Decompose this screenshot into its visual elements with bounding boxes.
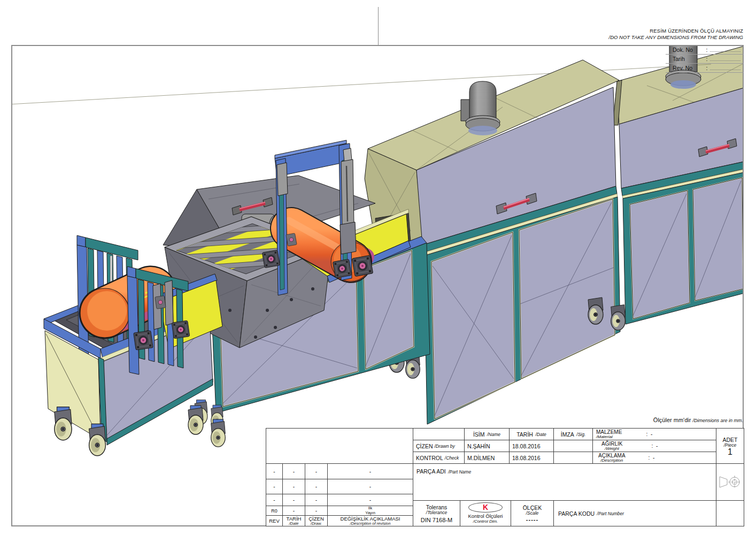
checked-by-name: M.DİLMEN	[464, 452, 510, 464]
title-block: - - - - - - - - - - - - R0 - - İlk Yayın…	[266, 428, 744, 526]
tolerance-cell: Tolerans /Tolerance DIN 7168-M	[413, 500, 460, 526]
quantity-cell: ADET /Piece 1	[716, 428, 744, 464]
date-header: TARİH /Date	[509, 428, 554, 440]
engineering-drawing-page: RESİM ÜZERİNDEN ÖLÇÜ ALMAYINIZ /DO NOT T…	[0, 0, 756, 535]
rev-desc-header: DEĞİŞİKLİK AÇIKLAMASI /Description of re…	[327, 515, 413, 526]
empty-cell	[266, 428, 413, 464]
first-angle-projection-icon	[719, 475, 742, 489]
part-number-cell: PARÇA KODU /Part Number	[553, 500, 716, 526]
drawn-by-name: N.ŞAHİN	[464, 440, 510, 452]
tolerance-value: DIN 7168-M	[421, 517, 452, 523]
tarih-row: Tarih :	[666, 55, 744, 64]
checked-signature	[553, 452, 593, 464]
cart-gantry-front	[127, 266, 190, 374]
rev-drawn-header: ÇİZEN /Draw.	[305, 515, 328, 526]
projection-symbol-cell	[716, 463, 744, 501]
guide-bracket	[286, 233, 297, 246]
units-note: Ölçüler mm'dir /Dimensions are in mm.	[653, 417, 743, 423]
control-mark: K	[468, 502, 503, 513]
checked-by-label: KONTROL/Check	[413, 452, 465, 464]
fold-mark	[378, 7, 379, 45]
drawn-date: 18.08.2016	[509, 440, 554, 452]
rev-date-header: TARİH /Date	[282, 515, 305, 526]
note-line-tr: RESİM ÜZERİNDEN ÖLÇÜ ALMAYINIZ	[609, 28, 743, 34]
rev-cell: -	[266, 463, 283, 479]
oven-motor	[461, 81, 500, 135]
quantity-value: 1	[728, 449, 732, 455]
control-dim-cell: K Kontrol Ölçüleri /Control Dim.	[460, 500, 511, 526]
part-name-cell: PARÇA ADI /Part Name	[413, 463, 716, 501]
scale-value: -----	[526, 517, 538, 522]
material-row: MALZEME/Material : -	[592, 428, 716, 440]
dok-no-row: Dok. No :	[666, 45, 744, 55]
drawn-signature	[553, 440, 593, 452]
checked-date: 18.08.2016	[509, 452, 554, 464]
scale-cell: ÖLÇEK /Scale -----	[511, 500, 554, 526]
document-info-block: Dok. No : Tarih : Rev. No :	[666, 45, 744, 74]
empty-corner-cell	[716, 500, 744, 526]
no-dimensions-note: RESİM ÜZERİNDEN ÖLÇÜ ALMAYINIZ /DO NOT T…	[609, 28, 743, 41]
guide-bracket	[155, 296, 166, 309]
weight-row: AĞIRLIK/Weight : -	[592, 440, 716, 452]
name-header: İSİM /Name	[464, 428, 510, 440]
description-row: AÇIKLAMA/Description : -	[592, 452, 716, 464]
signature-header: İMZA /Sig.	[553, 428, 593, 440]
rev-no-row: Rev. No :	[666, 64, 744, 73]
note-line-en: /DO NOT TAKE ANY DIMENSIONS FROM THE DRA…	[609, 34, 743, 41]
drawn-by-label: ÇİZEN/Drawn by	[413, 440, 465, 452]
